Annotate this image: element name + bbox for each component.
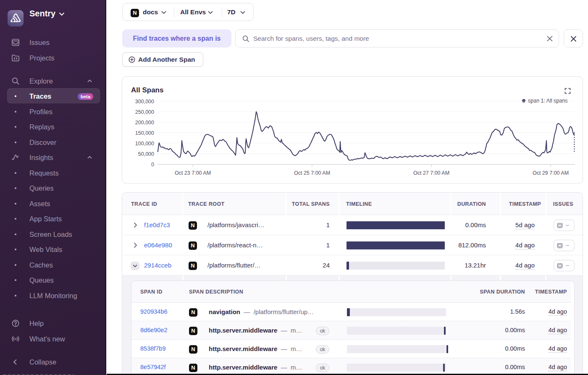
svg-text:250,000: 250,000 xyxy=(135,109,154,115)
svg-text:100,000: 100,000 xyxy=(135,141,154,147)
svg-text:Oct 27 7:00 AM: Oct 27 7:00 AM xyxy=(413,170,449,176)
svg-text:50,000: 50,000 xyxy=(138,151,154,157)
svg-text:Oct 23 7:00 AM: Oct 23 7:00 AM xyxy=(175,170,211,176)
svg-text:Oct 29 7:00 AM: Oct 29 7:00 AM xyxy=(533,170,569,176)
svg-text:0: 0 xyxy=(151,162,154,168)
svg-text:200,000: 200,000 xyxy=(135,120,154,126)
svg-text:300,000: 300,000 xyxy=(135,99,154,105)
svg-text:150,000: 150,000 xyxy=(135,130,154,136)
svg-text:Oct 25 7:00 AM: Oct 25 7:00 AM xyxy=(294,170,330,176)
